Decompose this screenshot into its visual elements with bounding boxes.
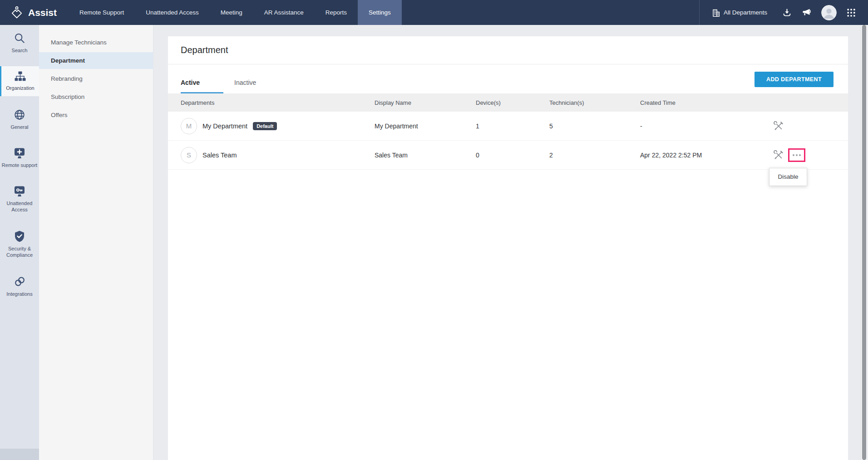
sidebar-item-label: Remote support xyxy=(2,162,37,168)
created-time-cell: - xyxy=(640,122,772,130)
department-card: Department Active Inactive ADD DEPARTMEN… xyxy=(168,36,848,460)
user-avatar[interactable] xyxy=(821,5,837,20)
column-created-time: Created Time xyxy=(640,99,772,106)
sidebar-item-general[interactable]: Remote support General xyxy=(0,104,39,135)
add-department-button[interactable]: ADD DEPARTMENT xyxy=(755,72,833,87)
download-icon[interactable] xyxy=(782,8,792,17)
technicians-cell: 5 xyxy=(549,122,640,130)
dot xyxy=(793,154,794,156)
configure-tools-icon[interactable] xyxy=(774,121,784,131)
more-options-icon[interactable] xyxy=(788,148,805,162)
column-display-name: Display Name xyxy=(375,99,476,106)
topnav-right-controls: All Departments xyxy=(699,0,868,25)
app-brand[interactable]: Assist xyxy=(0,0,69,25)
sidebar-item-label: Search xyxy=(12,47,28,54)
sidebar-item-remote-support[interactable]: Remote support xyxy=(0,143,39,173)
nav-meeting[interactable]: Meeting xyxy=(210,0,253,25)
row-actions: Disable xyxy=(772,148,848,162)
department-name[interactable]: Sales Team xyxy=(202,152,237,159)
sidebar-item-label: Security & Compliance xyxy=(1,245,38,259)
sidebar-item-label: Integrations xyxy=(6,291,32,297)
app-grid-icon[interactable] xyxy=(847,8,856,17)
sidebar-item-organization[interactable]: Organization xyxy=(0,66,39,96)
department-avatar: S xyxy=(181,147,197,163)
disable-menu-item[interactable]: Disable xyxy=(769,168,807,186)
department-avatar: M xyxy=(181,118,197,134)
sidebar-item-search[interactable]: Search xyxy=(0,28,39,58)
sidebar-item-label: General xyxy=(10,124,28,130)
sidebar-item-integrations[interactable]: Integrations xyxy=(0,271,39,302)
sidebar-item-unattended-access[interactable]: Unattended Access xyxy=(0,181,39,218)
tab-inactive[interactable]: Inactive xyxy=(234,79,256,93)
department-name[interactable]: My Department xyxy=(202,122,247,130)
submenu-item-offers[interactable]: Offers xyxy=(39,107,153,123)
department-name-cell: M My Department Default xyxy=(168,118,375,134)
dot xyxy=(796,154,798,156)
nav-unattended-access[interactable]: Unattended Access xyxy=(135,0,209,25)
nav-reports[interactable]: Reports xyxy=(315,0,358,25)
column-technicians: Technician(s) xyxy=(549,99,640,106)
department-scope-label: All Departments xyxy=(724,9,767,16)
display-name-cell: Sales Team xyxy=(375,152,476,159)
scrollbar-thumb[interactable] xyxy=(862,25,866,460)
navbar-separator xyxy=(699,0,700,25)
building-icon xyxy=(712,9,720,17)
table-row: M My Department Default My Department 1 … xyxy=(168,112,848,141)
submenu-item-rebranding[interactable]: Rebranding xyxy=(39,70,153,87)
default-badge: Default xyxy=(253,122,277,130)
top-navbar: Assist Remote Support Unattended Access … xyxy=(0,0,868,25)
assist-logo-icon xyxy=(10,6,24,20)
table-header: Departments Display Name Device(s) Techn… xyxy=(168,93,848,112)
main-navigation: Remote Support Unattended Access Meeting… xyxy=(69,0,402,25)
submenu-item-manage-technicians[interactable]: Manage Technicians xyxy=(39,34,153,51)
linked-rings-icon xyxy=(14,275,26,288)
submenu-item-department[interactable]: Department xyxy=(39,52,153,69)
card-header: Department xyxy=(168,36,848,64)
sidebar-item-label: Unattended Access xyxy=(1,200,38,213)
monitor-plus-icon xyxy=(14,147,25,159)
display-name-cell: My Department xyxy=(375,122,476,130)
devices-cell: 1 xyxy=(476,122,549,130)
brand-name: Assist xyxy=(28,7,57,18)
page-scrollbar[interactable] xyxy=(861,25,868,460)
submenu-item-subscription[interactable]: Subscription xyxy=(39,88,153,105)
department-scope-selector[interactable]: All Departments xyxy=(712,9,767,17)
tab-active[interactable]: Active xyxy=(181,79,223,93)
department-name-cell: S Sales Team xyxy=(168,147,375,163)
column-devices: Device(s) xyxy=(476,99,549,106)
table-row: S Sales Team Sales Team 0 2 Apr 22, 2022… xyxy=(168,141,848,170)
main-content: Department Active Inactive ADD DEPARTMEN… xyxy=(153,25,861,460)
sidebar-item-label: Organization xyxy=(6,85,34,91)
sidebar-item-security-compliance[interactable]: Security & Compliance xyxy=(0,226,39,263)
org-chart-icon xyxy=(14,71,26,82)
technicians-cell: 2 xyxy=(549,152,640,159)
left-sidebar: Search Organization Rem xyxy=(0,25,39,460)
settings-submenu: Manage Technicians Department Rebranding… xyxy=(39,25,153,460)
devices-cell: 0 xyxy=(476,152,549,159)
created-time-cell: Apr 22, 2022 2:52 PM xyxy=(640,152,772,159)
page-title: Department xyxy=(181,45,228,55)
nav-settings[interactable]: Settings xyxy=(358,0,402,25)
globe-icon xyxy=(14,109,25,121)
configure-tools-icon[interactable] xyxy=(774,150,784,160)
dot xyxy=(799,154,801,156)
tabs-row: Active Inactive ADD DEPARTMENT xyxy=(168,64,848,93)
nav-ar-assistance[interactable]: AR Assistance xyxy=(253,0,315,25)
sidebar-bottom-strip xyxy=(0,449,39,460)
shield-check-icon xyxy=(14,230,25,242)
monitor-key-icon xyxy=(14,186,25,197)
nav-remote-support[interactable]: Remote Support xyxy=(69,0,135,25)
announcements-megaphone-icon[interactable] xyxy=(802,8,811,17)
row-actions xyxy=(772,121,848,131)
column-departments: Departments xyxy=(168,99,375,106)
search-icon xyxy=(14,32,25,44)
